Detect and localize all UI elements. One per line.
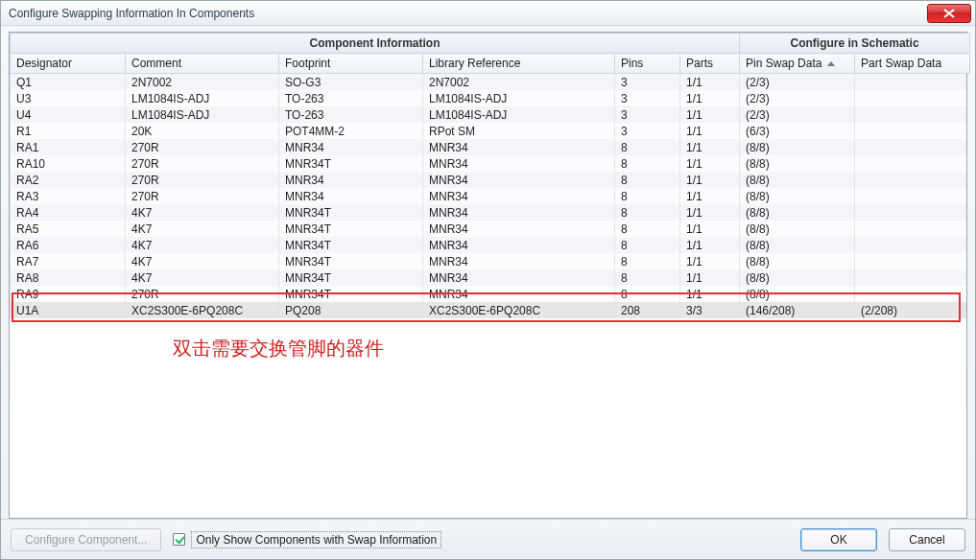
cell-designator[interactable]: RA2 (11, 172, 126, 188)
cell-pins[interactable]: 8 (615, 139, 680, 155)
cell-footprint[interactable]: MNR34 (279, 188, 423, 204)
table-row[interactable]: RA3270RMNR34MNR3481/1(8/8) (11, 188, 967, 204)
cell-pinswap[interactable]: (8/8) (740, 269, 855, 286)
cell-partswap[interactable] (855, 237, 967, 253)
cell-footprint[interactable]: MNR34 (279, 172, 423, 188)
cell-pinswap[interactable]: (8/8) (740, 204, 855, 221)
cancel-button[interactable]: Cancel (889, 528, 965, 551)
cell-parts[interactable]: 1/1 (680, 90, 740, 106)
cell-comment[interactable]: 270R (126, 172, 279, 188)
cell-footprint[interactable]: SO-G3 (279, 74, 423, 90)
cell-pinswap[interactable]: (2/3) (740, 90, 855, 106)
cell-libref[interactable]: MNR34 (423, 253, 615, 269)
col-pins[interactable]: Pins (615, 54, 680, 74)
cell-comment[interactable]: 270R (126, 286, 279, 302)
cell-comment[interactable]: 4K7 (126, 269, 279, 286)
cell-comment[interactable]: 4K7 (126, 204, 279, 221)
cell-designator[interactable]: Q1 (11, 74, 126, 90)
cell-parts[interactable]: 1/1 (680, 74, 740, 90)
configure-component-button[interactable]: Configure Component... (11, 528, 161, 551)
cell-partswap[interactable]: (2/208) (855, 302, 967, 318)
cell-designator[interactable]: RA3 (11, 188, 126, 204)
col-footprint[interactable]: Footprint (279, 54, 423, 74)
cell-footprint[interactable]: MNR34T (279, 286, 423, 302)
cell-pins[interactable]: 8 (615, 269, 680, 286)
table-row[interactable]: RA1270RMNR34MNR3481/1(8/8) (11, 139, 967, 155)
table-row[interactable]: RA10270RMNR34TMNR3481/1(8/8) (11, 155, 967, 172)
cell-designator[interactable]: RA9 (11, 286, 126, 302)
cell-pins[interactable]: 8 (615, 221, 680, 237)
cell-pinswap[interactable]: (2/3) (740, 106, 855, 123)
cell-partswap[interactable] (855, 123, 967, 139)
cell-pins[interactable]: 208 (615, 302, 680, 318)
cell-designator[interactable]: U3 (11, 90, 126, 106)
cell-parts[interactable]: 1/1 (680, 123, 740, 139)
cell-pins[interactable]: 3 (615, 123, 680, 139)
cell-partswap[interactable] (855, 221, 967, 237)
cell-designator[interactable]: RA7 (11, 253, 126, 269)
col-parts[interactable]: Parts (680, 54, 740, 74)
cell-partswap[interactable] (855, 155, 967, 172)
cell-libref[interactable]: MNR34 (423, 188, 615, 204)
cell-designator[interactable]: RA1 (11, 139, 126, 155)
cell-libref[interactable]: RPot SM (423, 123, 615, 139)
cell-parts[interactable]: 1/1 (680, 172, 740, 188)
col-library-reference[interactable]: Library Reference (423, 54, 615, 74)
table-row[interactable]: U1AXC2S300E-6PQ208CPQ208XC2S300E-6PQ208C… (11, 302, 967, 318)
cell-parts[interactable]: 1/1 (680, 237, 740, 253)
cell-pins[interactable]: 8 (615, 155, 680, 172)
cell-partswap[interactable] (855, 74, 967, 90)
cell-footprint[interactable]: MNR34T (279, 155, 423, 172)
table-row[interactable]: RA44K7MNR34TMNR3481/1(8/8) (11, 204, 967, 221)
cell-parts[interactable]: 3/3 (680, 302, 740, 318)
col-pin-swap[interactable]: Pin Swap Data (740, 54, 855, 74)
cell-libref[interactable]: MNR34 (423, 204, 615, 221)
cell-libref[interactable]: XC2S300E-6PQ208C (423, 302, 615, 318)
cell-comment[interactable]: 270R (126, 155, 279, 172)
cell-footprint[interactable]: TO-263 (279, 106, 423, 123)
ok-button[interactable]: OK (800, 528, 877, 551)
table-row[interactable]: U4LM1084IS-ADJTO-263LM1084IS-ADJ31/1(2/3… (11, 106, 967, 123)
cell-designator[interactable]: RA5 (11, 221, 126, 237)
cell-libref[interactable]: MNR34 (423, 237, 615, 253)
cell-libref[interactable]: LM1084IS-ADJ (423, 106, 615, 123)
cell-pins[interactable]: 3 (615, 74, 680, 90)
cell-pinswap[interactable]: (146/208) (740, 302, 855, 318)
cell-partswap[interactable] (855, 286, 967, 302)
col-part-swap[interactable]: Part Swap Data (855, 54, 970, 74)
table-row[interactable]: Q12N7002SO-G32N700231/1(2/3) (11, 74, 967, 90)
cell-libref[interactable]: 2N7002 (423, 74, 615, 90)
cell-comment[interactable]: 20K (126, 123, 279, 139)
table-row[interactable]: RA2270RMNR34MNR3481/1(8/8) (11, 172, 967, 188)
cell-partswap[interactable] (855, 188, 967, 204)
col-comment[interactable]: Comment (126, 54, 279, 74)
cell-designator[interactable]: RA8 (11, 269, 126, 286)
cell-footprint[interactable]: PQ208 (279, 302, 423, 318)
cell-comment[interactable]: 270R (126, 139, 279, 155)
cell-footprint[interactable]: MNR34T (279, 253, 423, 269)
cell-partswap[interactable] (855, 106, 967, 123)
cell-footprint[interactable]: POT4MM-2 (279, 123, 423, 139)
cell-designator[interactable]: RA6 (11, 237, 126, 253)
table-row[interactable]: RA64K7MNR34TMNR3481/1(8/8) (11, 237, 967, 253)
cell-libref[interactable]: MNR34 (423, 286, 615, 302)
table-row[interactable]: U3LM1084IS-ADJTO-263LM1084IS-ADJ31/1(2/3… (11, 90, 967, 106)
cell-footprint[interactable]: MNR34T (279, 237, 423, 253)
cell-comment[interactable]: LM1084IS-ADJ (126, 90, 279, 106)
cell-partswap[interactable] (855, 90, 967, 106)
cell-partswap[interactable] (855, 139, 967, 155)
table-row[interactable]: RA74K7MNR34TMNR3481/1(8/8) (11, 253, 967, 269)
cell-footprint[interactable]: TO-263 (279, 90, 423, 106)
cell-pins[interactable]: 8 (615, 172, 680, 188)
cell-parts[interactable]: 1/1 (680, 139, 740, 155)
cell-pinswap[interactable]: (8/8) (740, 188, 855, 204)
cell-pins[interactable]: 8 (615, 237, 680, 253)
cell-footprint[interactable]: MNR34 (279, 139, 423, 155)
cell-parts[interactable]: 1/1 (680, 188, 740, 204)
table-row[interactable]: RA9270RMNR34TMNR3481/1(8/8) (11, 286, 967, 302)
cell-libref[interactable]: MNR34 (423, 139, 615, 155)
cell-designator[interactable]: RA10 (11, 155, 126, 172)
cell-designator[interactable]: R1 (11, 123, 126, 139)
cell-parts[interactable]: 1/1 (680, 286, 740, 302)
cell-footprint[interactable]: MNR34T (279, 204, 423, 221)
